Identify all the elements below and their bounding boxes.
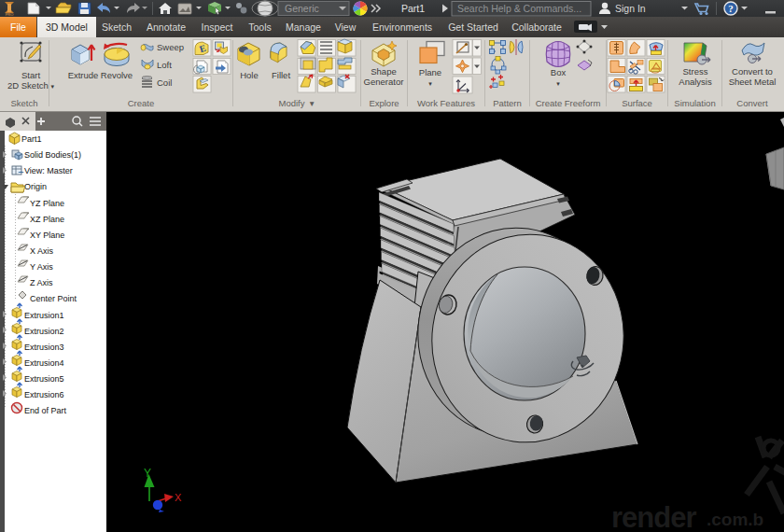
svg-text:.com.b: .com.b [707, 510, 763, 529]
svg-text:X: X [175, 492, 182, 503]
svg-text:render: render [611, 501, 696, 532]
svg-text:Y: Y [144, 467, 151, 480]
svg-text:PRO: PRO [6, 12, 14, 17]
svg-text:?: ? [728, 3, 734, 14]
